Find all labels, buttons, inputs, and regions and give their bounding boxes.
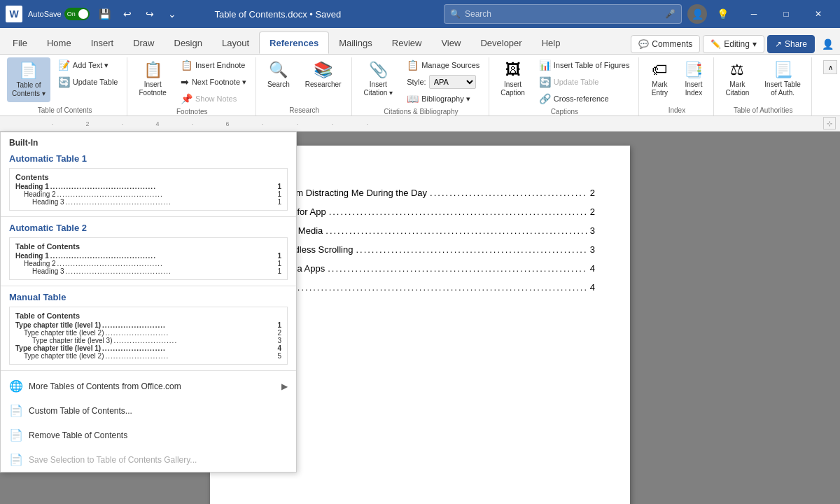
tab-design[interactable]: Design: [164, 31, 212, 54]
bibliography-button[interactable]: 📖 Bibliography ▾: [402, 91, 484, 106]
manual-table-preview[interactable]: Table of Contents Type chapter title (le…: [9, 307, 288, 365]
pencil-icon: ✏️: [710, 39, 721, 49]
show-notes-button: 📌 Show Notes: [176, 91, 251, 106]
footnotes-group-label: Footnotes: [132, 106, 251, 117]
insert-footnote-button[interactable]: 📋 InsertFootnote: [132, 57, 172, 102]
tab-layout[interactable]: Layout: [212, 31, 259, 54]
tab-insert[interactable]: Insert: [81, 31, 124, 54]
manual-row-5: Type chapter title (level 2) ...........…: [15, 352, 281, 360]
toc-small-buttons: 📝 Add Text ▾ 🔄 Update Table: [53, 57, 123, 90]
manage-sources-button[interactable]: 📋 Manage Sources: [402, 57, 484, 73]
search-button[interactable]: 🔍 Search: [261, 57, 296, 102]
style-selector[interactable]: Style: APAMLAChicago: [402, 74, 484, 90]
manual-table-title[interactable]: Manual Table: [1, 289, 296, 305]
ribbon-group-research: 🔍 Search 📚 Researcher Research: [257, 57, 352, 115]
tab-right-actions: 💬 Comments ✏️ Editing ▾ ↗ Share 👤: [631, 34, 837, 54]
remove-toc-item[interactable]: 📄 Remove Table of Contents: [1, 423, 296, 447]
manual-preview-title: Table of Contents: [15, 312, 281, 320]
insert-toa-button[interactable]: 📃 Insert Tableof Auth.: [758, 57, 807, 102]
comments-button[interactable]: 💬 Comments: [631, 35, 700, 53]
custom-toc-item[interactable]: 📄 Custom Table of Contents...: [1, 398, 296, 423]
toc-group-label: Table of Contents: [7, 105, 122, 115]
ribbon-group-research-content: 🔍 Search 📚 Researcher: [261, 57, 347, 105]
person-icon-button[interactable]: 👤: [818, 34, 837, 54]
manual-row-4: Type chapter title (level 1) ...........…: [15, 344, 281, 352]
update-table2-button: 🔄 Update Table: [534, 74, 635, 90]
researcher-button[interactable]: 📚 Researcher: [299, 57, 348, 102]
insert-index-button[interactable]: 📑 InsertIndex: [678, 57, 709, 102]
close-button[interactable]: ✕: [802, 0, 834, 28]
footnote-small-buttons: 📋 Insert Endnote ➡ Next Footnote ▾ 📌 Sho…: [176, 57, 251, 106]
tab-draw[interactable]: Draw: [123, 31, 164, 54]
researcher-icon: 📚: [314, 61, 332, 79]
more-toc-icon: 🌐: [9, 379, 23, 393]
update-table-button[interactable]: 🔄 Update Table: [53, 74, 123, 90]
remove-toc-icon: 📄: [9, 428, 23, 442]
ribbon-collapse-button[interactable]: ∧: [823, 60, 837, 74]
next-footnote-button[interactable]: ➡ Next Footnote ▾: [176, 74, 251, 90]
ribbon-group-citations-content: 📎 InsertCitation ▾ 📋 Manage Sources Styl…: [357, 57, 484, 106]
mark-entry-icon: 🏷: [652, 61, 667, 79]
tab-help[interactable]: Help: [532, 31, 570, 54]
ribbon-group-captions: 🖼 InsertCaption 📊 Insert Table of Figure…: [490, 57, 639, 115]
ribbon-group-index: 🏷 MarkEntry 📑 InsertIndex Index: [640, 57, 714, 115]
auto2-preview-title: Table of Contents: [15, 242, 281, 251]
minimize-button[interactable]: ─: [738, 0, 770, 28]
comments-icon: 💬: [638, 39, 649, 49]
word-logo: W: [6, 6, 22, 22]
tab-home[interactable]: Home: [37, 31, 81, 54]
auto-table-2-preview[interactable]: Table of Contents Heading 1 ............…: [9, 237, 288, 280]
mark-entry-button[interactable]: 🏷 MarkEntry: [644, 57, 675, 102]
add-text-button[interactable]: 📝 Add Text ▾: [53, 57, 123, 73]
tab-file[interactable]: File: [3, 31, 37, 54]
ribbon-group-toa: ⚖ MarkCitation 📃 Insert Tableof Auth. Ta…: [715, 57, 811, 115]
auto-table-1-title[interactable]: Automatic Table 1: [1, 150, 296, 167]
share-button[interactable]: ↗ Share: [767, 35, 815, 53]
share-icon: ↗: [775, 39, 782, 49]
manage-sources-icon: 📋: [407, 59, 419, 71]
tab-developer[interactable]: Developer: [470, 31, 531, 54]
captions-small-buttons: 📊 Insert Table of Figures 🔄 Update Table…: [534, 57, 635, 106]
next-footnote-icon: ➡: [181, 76, 189, 88]
toa-group-label: Table of Authorities: [719, 105, 806, 115]
profile-area: 👤 💡: [687, 4, 732, 24]
autosave-toggle[interactable]: On: [64, 8, 90, 20]
chevron-down-icon: ▾: [752, 39, 757, 49]
search-bar[interactable]: 🔍 🎤: [444, 4, 682, 24]
toggle-knob: [78, 9, 88, 19]
ribbon-group-toc-content: 📄 Table ofContents ▾ 📝 Add Text ▾ 🔄 Upda…: [7, 57, 122, 105]
ribbon-group-toc: 📄 Table ofContents ▾ 📝 Add Text ▾ 🔄 Upda…: [3, 57, 127, 115]
insert-caption-button[interactable]: 🖼 InsertCaption: [494, 57, 531, 102]
editing-button[interactable]: ✏️ Editing ▾: [703, 35, 764, 53]
toggle-on-label: On: [67, 10, 76, 18]
more-toc-item[interactable]: 🌐 More Tables of Contents from Office.co…: [1, 374, 296, 398]
auto-table-2-title[interactable]: Automatic Table 2: [1, 220, 296, 236]
maximize-button[interactable]: □: [770, 0, 802, 28]
table-row: to Avoid Mindless Scrolling ............…: [245, 244, 595, 255]
insert-table-figures-button[interactable]: 📊 Insert Table of Figures: [534, 57, 635, 73]
style-select-input[interactable]: APAMLAChicago: [429, 75, 476, 89]
microphone-icon[interactable]: 🎤: [665, 9, 676, 19]
ruler-button[interactable]: ⊹: [823, 117, 836, 130]
autosave-label: AutoSave: [28, 10, 62, 18]
insert-endnote-button[interactable]: 📋 Insert Endnote: [176, 57, 251, 73]
tab-view[interactable]: View: [431, 31, 470, 54]
toc-button[interactable]: 📄 Table ofContents ▾: [7, 57, 50, 102]
tab-mailings[interactable]: Mailings: [329, 31, 382, 54]
auto2-row-2: Heading 2 ..............................…: [15, 260, 281, 267]
profile-avatar[interactable]: 👤: [687, 4, 707, 24]
table-row: Using Social Media .....................…: [245, 225, 595, 236]
table-row: al Media From Distracting Me During the …: [245, 188, 595, 198]
toc-builtin-label: Built-In: [1, 132, 296, 150]
manual-row-1: Type chapter title (level 1) ...........…: [15, 321, 281, 329]
ribbon-group-footnotes: 📋 InsertFootnote 📋 Insert Endnote ➡ Next…: [128, 57, 256, 115]
lightbulb-button[interactable]: 💡: [713, 4, 732, 24]
mark-citation-button[interactable]: ⚖ MarkCitation: [719, 57, 755, 102]
cross-reference-button[interactable]: 🔗 Cross-reference: [534, 91, 635, 106]
tab-review[interactable]: Review: [382, 31, 432, 54]
search-input[interactable]: [465, 9, 661, 19]
mark-citation-icon: ⚖: [730, 61, 744, 79]
tab-references[interactable]: References: [259, 31, 329, 54]
insert-citation-button[interactable]: 📎 InsertCitation ▾: [357, 57, 399, 102]
auto-table-1-preview[interactable]: Contents Heading 1 .....................…: [9, 168, 288, 211]
